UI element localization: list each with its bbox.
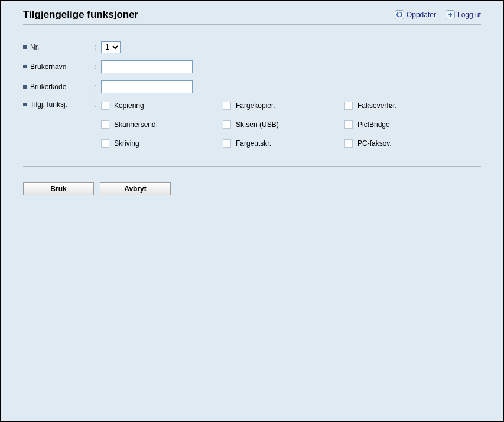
checkbox-label-faxtransfer: Faksoverfør. — [357, 102, 397, 110]
checkbox-label-colorprint: Fargeutskr. — [236, 139, 271, 148]
row-nr: Nr. : 1 — [23, 41, 481, 53]
cancel-button[interactable]: Avbryt — [100, 182, 171, 195]
colon: : — [94, 100, 101, 109]
checkbox-item-copying: Kopiering — [101, 102, 223, 110]
checkbox-pcfax[interactable] — [344, 139, 353, 148]
checkbox-item-pcfax: PC-faksov. — [344, 139, 466, 148]
apply-button[interactable]: Bruk — [23, 182, 94, 195]
button-row: Bruk Avbryt — [23, 182, 481, 195]
checkbox-item-scansendusb: Sk.sen (USB) — [223, 120, 344, 129]
refresh-icon — [395, 10, 404, 19]
row-functions: Tilgj. funksj. : Kopiering Fargekopier. … — [23, 100, 481, 148]
refresh-label: Oppdater — [407, 11, 436, 19]
label-functions: Tilgj. funksj. — [30, 100, 67, 109]
page-header: Tilgjengelige funksjoner Oppdater Logg u… — [23, 9, 481, 25]
label-cell-nr: Nr. — [23, 43, 94, 51]
bullet-icon — [23, 45, 27, 49]
colon: : — [94, 63, 101, 71]
username-input[interactable] — [101, 60, 193, 73]
checkbox-item-faxtransfer: Faksoverfør. — [344, 102, 466, 110]
logout-icon — [446, 10, 455, 19]
label-usercode: Brukerkode — [30, 83, 66, 91]
checkbox-printing[interactable] — [101, 139, 109, 148]
row-usercode: Brukerkode : — [23, 80, 481, 93]
label-cell-username: Brukernavn — [23, 63, 94, 71]
checkbox-label-scansendusb: Sk.sen (USB) — [236, 120, 279, 129]
checkbox-item-colorprint: Fargeutskr. — [223, 139, 344, 148]
header-actions: Oppdater Logg ut — [395, 10, 481, 19]
checkbox-scansendusb[interactable] — [223, 120, 231, 129]
label-cell-usercode: Brukerkode — [23, 83, 94, 91]
checkbox-colorprint[interactable] — [223, 139, 231, 148]
checkbox-label-colorcopy: Fargekopier. — [236, 102, 275, 110]
checkbox-faxtransfer[interactable] — [344, 102, 353, 110]
logout-link[interactable]: Logg ut — [446, 10, 481, 19]
svg-rect-0 — [395, 11, 404, 19]
checkbox-item-colorcopy: Fargekopier. — [223, 102, 344, 110]
label-username: Brukernavn — [30, 63, 66, 71]
bullet-icon — [23, 85, 27, 89]
label-cell-functions: Tilgj. funksj. — [23, 100, 94, 109]
section-divider — [23, 166, 481, 167]
checkbox-colorcopy[interactable] — [223, 102, 231, 110]
page-title: Tilgjengelige funksjoner — [23, 9, 138, 21]
logout-label: Logg ut — [457, 11, 481, 19]
checkbox-label-copying: Kopiering — [114, 102, 144, 110]
nr-select[interactable]: 1 — [101, 41, 121, 53]
checkbox-label-pcfax: PC-faksov. — [357, 139, 392, 148]
checkbox-copying[interactable] — [101, 102, 109, 110]
refresh-link[interactable]: Oppdater — [395, 10, 436, 19]
row-username: Brukernavn : — [23, 60, 481, 73]
checkbox-item-scansend: Skannersend. — [101, 120, 223, 129]
colon: : — [94, 43, 101, 51]
bullet-icon — [23, 103, 27, 106]
bullet-icon — [23, 65, 27, 68]
checkbox-item-pictbridge: PictBridge — [344, 120, 466, 129]
functions-grid: Kopiering Fargekopier. Faksoverfør. Skan… — [101, 100, 466, 148]
checkbox-label-scansend: Skannersend. — [114, 120, 158, 129]
checkbox-scansend[interactable] — [101, 120, 109, 129]
label-nr: Nr. — [30, 43, 39, 51]
checkbox-item-printing: Skriving — [101, 139, 223, 148]
checkbox-pictbridge[interactable] — [344, 120, 353, 129]
usercode-input[interactable] — [101, 80, 193, 93]
checkbox-label-printing: Skriving — [114, 139, 139, 148]
checkbox-label-pictbridge: PictBridge — [357, 120, 390, 129]
colon: : — [94, 83, 101, 91]
